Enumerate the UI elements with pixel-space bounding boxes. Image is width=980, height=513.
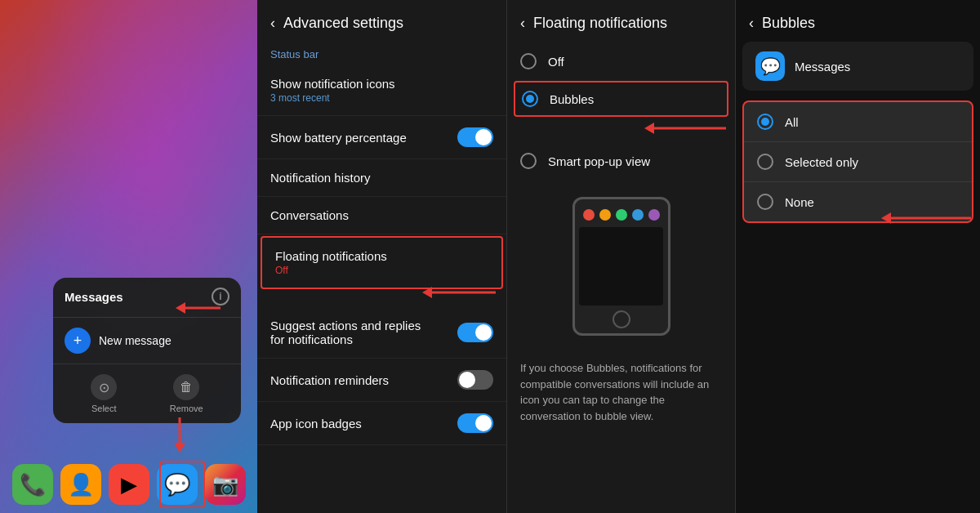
dot-red: [583, 209, 595, 221]
floating-smart-popup-radio[interactable]: [520, 153, 537, 169]
suggest-actions-item[interactable]: Suggest actions and replies for notifica…: [257, 307, 506, 359]
bubble-all-radio[interactable]: [757, 114, 773, 130]
floating-off-label: Off: [548, 55, 564, 69]
new-message-item[interactable]: + New message: [53, 321, 241, 360]
phone-screen: [579, 227, 663, 306]
new-message-icon: +: [65, 328, 91, 354]
settings-header: ‹ Advanced settings: [257, 0, 506, 42]
conversations-label: Conversations: [270, 208, 493, 222]
back-arrow[interactable]: ‹: [270, 15, 275, 32]
show-notification-icons-item[interactable]: Show notification icons 3 most recent: [257, 65, 506, 116]
floating-back-arrow[interactable]: ‹: [520, 15, 525, 32]
suggest-actions-toggle[interactable]: [457, 323, 493, 342]
notif-history-label: Notification history: [270, 171, 493, 185]
floating-off-radio[interactable]: [520, 53, 537, 69]
floating-notifications-highlight: Floating notifications Off: [261, 236, 503, 289]
phone-mockup: [572, 197, 670, 336]
select-action[interactable]: ⊙ Select: [91, 374, 117, 413]
floating-bubbles-option[interactable]: Bubbles: [515, 83, 727, 115]
bubbles-highlight-box: Bubbles: [514, 81, 728, 117]
bubble-all-option[interactable]: All: [744, 102, 972, 141]
notif-icons-sub: 3 most recent: [270, 92, 395, 104]
popup-actions: ⊙ Select 🗑 Remove: [53, 368, 241, 417]
notif-icons-label: Show notification icons: [270, 77, 395, 91]
bubble-all-label: All: [785, 115, 799, 129]
svg-marker-1: [176, 302, 185, 314]
floating-notifications-item[interactable]: Floating notifications Off: [262, 238, 501, 288]
floating-title: Floating notifications: [533, 15, 667, 32]
dock-phone[interactable]: 📞: [12, 464, 53, 505]
select-icon: ⊙: [91, 374, 117, 400]
settings-title: Advanced settings: [283, 15, 403, 32]
floating-notifications-panel: ‹ Floating notifications Off Bubbles Sma…: [506, 0, 735, 513]
floating-header: ‹ Floating notifications: [507, 0, 735, 42]
floating-arrow-row: [257, 283, 506, 302]
selected-only-arrow-row: [736, 208, 980, 228]
bubbles-title: Bubbles: [762, 15, 815, 32]
popup-title: Messages: [65, 290, 123, 304]
floating-off-option[interactable]: Off: [507, 42, 735, 81]
floating-notif-label: Floating notifications: [275, 249, 488, 263]
app-icon-badges-toggle[interactable]: [457, 413, 493, 433]
notification-history-item[interactable]: Notification history: [257, 159, 506, 197]
dock-youtube[interactable]: ▶: [109, 464, 149, 505]
advanced-settings-panel: ‹ Advanced settings Status bar Show noti…: [257, 0, 506, 513]
arrow-to-info: [167, 296, 225, 323]
arrow-to-messages-dock: [167, 413, 192, 457]
notification-reminders-item[interactable]: Notification reminders: [257, 359, 506, 402]
bubble-selected-only-radio[interactable]: [757, 154, 773, 170]
battery-label: Show battery percentage: [270, 131, 407, 145]
svg-marker-9: [881, 212, 891, 224]
bubble-none-radio[interactable]: [757, 194, 773, 210]
dock-contacts[interactable]: 👤: [60, 464, 101, 505]
dot-orange: [599, 209, 611, 221]
bubble-selected-only-label: Selected only: [785, 155, 858, 169]
messages-dock-highlight: [159, 461, 205, 508]
dot-purple: [648, 209, 660, 221]
new-message-label: New message: [99, 334, 172, 347]
battery-toggle[interactable]: [457, 127, 493, 147]
popup-divider-2: [53, 364, 241, 364]
floating-smart-popup-option[interactable]: Smart pop-up view: [507, 141, 735, 181]
bubbles-header: ‹ Bubbles: [736, 0, 980, 42]
bubbles-panel: ‹ Bubbles 💬 Messages All Selected only N…: [735, 0, 980, 513]
notif-reminders-label: Notification reminders: [270, 373, 389, 387]
bubble-options-box: All Selected only None: [742, 100, 973, 223]
dot-green: [616, 209, 627, 221]
app-icon-badges-item[interactable]: App icon badges: [257, 402, 506, 445]
svg-marker-3: [174, 443, 185, 453]
home-screen-panel: Messages i + New message ⊙ Select 🗑 Remo…: [0, 0, 257, 513]
home-background: [0, 0, 257, 513]
show-battery-item[interactable]: Show battery percentage: [257, 116, 506, 159]
floating-smart-popup-label: Smart pop-up view: [548, 154, 650, 168]
floating-notif-sub: Off: [275, 265, 488, 276]
messages-app-row[interactable]: 💬 Messages: [742, 42, 973, 91]
bubble-none-label: None: [785, 195, 814, 209]
suggest-actions-label: Suggest actions and replies for notifica…: [270, 319, 434, 346]
app-dock: 📞 👤 ▶ 💬 📷: [8, 464, 249, 505]
messages-app-label: Messages: [795, 60, 850, 74]
dock-instagram[interactable]: 📷: [205, 464, 246, 505]
status-bar-section-label: Status bar: [257, 42, 506, 65]
floating-bubbles-radio[interactable]: [522, 91, 538, 107]
bubbles-arrow-row: [507, 118, 735, 138]
notif-icons-label-group: Show notification icons 3 most recent: [270, 77, 395, 104]
svg-marker-7: [644, 123, 654, 134]
conversations-item[interactable]: Conversations: [257, 197, 506, 234]
bubbles-back-arrow[interactable]: ‹: [749, 15, 754, 32]
svg-marker-5: [422, 287, 432, 298]
remove-action[interactable]: 🗑 Remove: [170, 374, 203, 413]
phone-home-button: [612, 310, 630, 328]
app-icon-badges-label: App icon badges: [270, 417, 362, 430]
phone-dots: [583, 209, 660, 221]
notif-reminders-toggle[interactable]: [457, 370, 493, 390]
floating-description: If you choose Bubbles, notifications for…: [507, 352, 735, 432]
messages-app-icon: 💬: [755, 51, 785, 81]
dot-blue: [632, 209, 644, 221]
bubble-selected-only-option[interactable]: Selected only: [744, 141, 972, 181]
floating-bubbles-label: Bubbles: [550, 92, 594, 106]
remove-icon: 🗑: [173, 374, 199, 400]
